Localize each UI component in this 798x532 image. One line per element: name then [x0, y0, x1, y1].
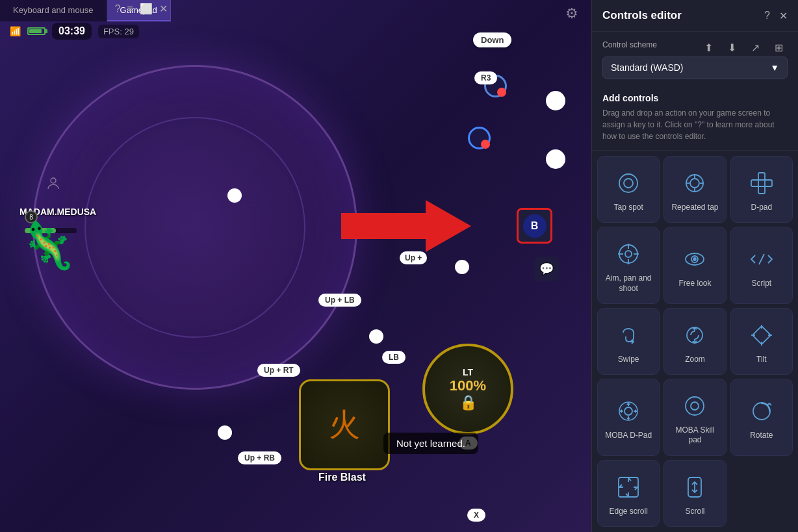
control-rotate[interactable]: Rotate	[730, 379, 793, 456]
svg-point-19	[693, 258, 696, 260]
tilt-label: Tilt	[756, 355, 767, 365]
svg-point-0	[51, 178, 56, 183]
script-label: Script	[751, 279, 771, 289]
b-button-game[interactable]: B	[517, 208, 552, 244]
svg-rect-24	[753, 326, 771, 344]
menu-icon[interactable]: ≡	[127, 3, 133, 15]
control-dpad[interactable]: D-pad	[730, 156, 793, 223]
scroll-label: Scroll	[685, 507, 704, 517]
control-tilt[interactable]: Tilt	[730, 308, 793, 375]
game-topbar: 📶 03:39 FPS: 29	[0, 23, 591, 40]
aim-pan-shoot-icon	[614, 240, 643, 268]
blue-control-group	[468, 127, 491, 149]
tap-spot-label: Tap spot	[613, 203, 643, 213]
panel-header-icons: ? ✕	[764, 10, 788, 22]
moba-skill-pad-icon	[680, 392, 709, 420]
white-dot-4	[455, 260, 469, 274]
settings-gear-icon[interactable]: ⚙	[565, 5, 578, 22]
scroll-icon	[680, 473, 709, 501]
moba-dpad-label: MOBA D-Pad	[605, 431, 652, 441]
control-moba-dpad[interactable]: MOBA D-Pad	[597, 379, 660, 456]
game-tabs: Keyboard and mouse Gamepad ? ≡ ⬜ ✕	[0, 0, 171, 21]
swipe-icon	[614, 321, 643, 349]
fire-kanji-icon: 火	[329, 404, 360, 446]
white-dot-6	[218, 425, 232, 440]
chevron-down-icon: ▼	[770, 62, 779, 73]
upload-scheme-icon[interactable]: ⬆	[699, 38, 717, 57]
white-dot-1	[546, 91, 565, 110]
svg-point-4	[690, 179, 699, 188]
control-free-look[interactable]: Free look	[663, 227, 726, 304]
label-up-plus: Up +	[400, 251, 427, 264]
not-learned-label: Not yet learned.	[383, 433, 478, 454]
free-look-label: Free look	[678, 279, 711, 289]
swipe-label: Swipe	[618, 355, 639, 365]
game-tab-icons: ? ≡ ⬜ ✕	[114, 3, 167, 15]
control-tap-spot[interactable]: Tap spot	[597, 156, 660, 223]
scheme-label: Control scheme	[602, 40, 657, 49]
svg-line-20	[759, 254, 764, 264]
scheme-dropdown[interactable]: Standard (WASD) ▼	[602, 57, 788, 79]
control-swipe[interactable]: Swipe	[597, 308, 660, 375]
scheme-value: Standard (WASD)	[611, 62, 684, 73]
lt-button[interactable]: LT 100% 🔒	[422, 344, 513, 435]
white-dot-3	[227, 188, 242, 203]
share-scheme-icon[interactable]: ↗	[746, 38, 764, 57]
lt-lock-icon: 🔒	[459, 394, 477, 411]
control-aim-pan-shoot[interactable]: Aim, pan and shoot	[597, 227, 660, 304]
label-lb: LB	[382, 351, 405, 364]
lt-label: LT	[463, 367, 473, 377]
svg-point-12	[625, 251, 632, 257]
red-arrow	[341, 200, 471, 252]
label-uplb: Up + LB	[318, 294, 361, 307]
zoom-label: Zoom	[685, 355, 705, 365]
rotate-icon	[747, 397, 776, 425]
repeated-tap-label: Repeated tap	[671, 203, 718, 213]
zoom-icon	[680, 321, 709, 349]
control-script[interactable]: Script	[730, 227, 793, 304]
help-panel-icon[interactable]: ?	[764, 10, 770, 21]
add-controls-section: Add controls Drag and drop an action on …	[592, 85, 798, 151]
copy-scheme-icon[interactable]: ⊞	[769, 38, 788, 57]
script-icon	[747, 245, 776, 273]
aim-pan-shoot-label: Aim, pan and shoot	[602, 273, 655, 294]
moba-skill-pad-label: MOBA Skill pad	[668, 425, 721, 446]
edge-scroll-label: Edge scroll	[609, 507, 647, 517]
controls-panel: Controls editor ? ✕ Control scheme ⬆ ⬇ ↗…	[591, 0, 798, 532]
svg-rect-9	[758, 173, 765, 194]
fps-display: FPS: 29	[98, 25, 139, 38]
close-icon[interactable]: ✕	[159, 3, 168, 15]
edge-scroll-icon	[614, 473, 643, 501]
player-icon	[45, 176, 61, 194]
control-scroll[interactable]: Scroll	[663, 460, 726, 527]
arena-inner-ring	[84, 117, 305, 338]
label-uprt: Up + RT	[257, 364, 300, 377]
control-edge-scroll[interactable]: Edge scroll	[597, 460, 660, 527]
white-dot-5	[369, 329, 383, 344]
panel-title: Controls editor	[602, 9, 682, 22]
tab-keyboard-mouse[interactable]: Keyboard and mouse	[0, 0, 107, 21]
tilt-icon	[747, 321, 776, 349]
wifi-icon: 📶	[10, 26, 21, 36]
moba-dpad-icon	[614, 397, 643, 425]
control-zoom[interactable]: Zoom	[663, 308, 726, 375]
download-scheme-icon[interactable]: ⬇	[723, 38, 741, 57]
b-button-inner: B	[523, 214, 547, 238]
panel-header: Controls editor ? ✕	[592, 0, 798, 32]
help-icon[interactable]: ?	[114, 3, 120, 15]
repeated-tap-icon	[680, 169, 709, 197]
control-moba-skill-pad[interactable]: MOBA Skill pad	[663, 379, 726, 456]
close-panel-icon[interactable]: ✕	[779, 10, 788, 22]
dpad-label: D-pad	[751, 203, 772, 213]
control-repeated-tap[interactable]: Repeated tap	[663, 156, 726, 223]
arena-ring-container	[32, 65, 390, 422]
restore-icon[interactable]: ⬜	[140, 3, 153, 15]
controls-grid: Tap spot Repeated tap	[592, 151, 798, 532]
timer-display: 03:39	[52, 23, 92, 40]
tap-spot-icon	[614, 169, 643, 197]
scheme-dropdown-container: Standard (WASD) ▼	[592, 57, 798, 85]
add-controls-title: Add controls	[602, 93, 788, 103]
fire-skill-button[interactable]: 火	[299, 379, 390, 470]
label-uprb: Up + RB	[238, 451, 281, 464]
chat-icon[interactable]: 💬	[534, 257, 559, 281]
